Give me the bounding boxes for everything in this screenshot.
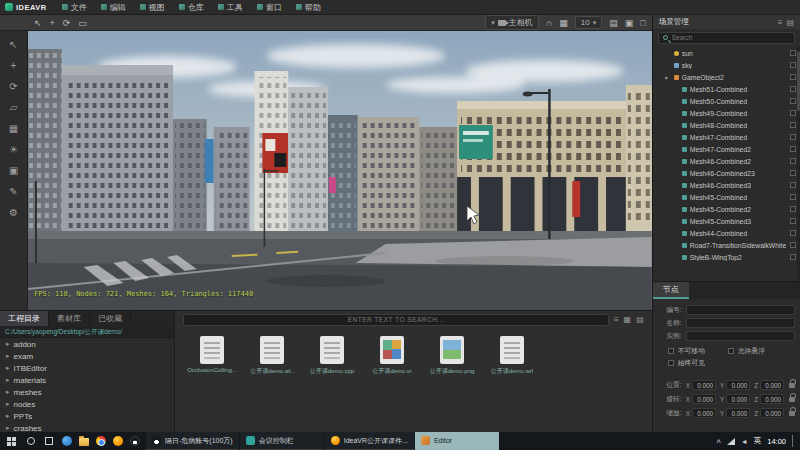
task-view-icon[interactable] — [40, 432, 58, 450]
node-checkbox[interactable] — [790, 110, 796, 116]
viewport-tool-icon[interactable] — [34, 16, 42, 30]
sidebar-tool-icon[interactable] — [6, 165, 22, 179]
node-checkbox[interactable] — [790, 146, 796, 152]
sidebar-tool-icon[interactable] — [6, 186, 22, 200]
node-checkbox[interactable] — [790, 158, 796, 164]
menu-item[interactable]: 仓库 — [172, 0, 211, 14]
expand-arrow-icon[interactable]: ▸ — [6, 424, 10, 432]
taskbar-window-button[interactable]: Editor — [415, 432, 499, 450]
menu-item[interactable]: 工具 — [211, 0, 250, 14]
x-value-input[interactable]: 0.000 — [692, 380, 716, 390]
grid-toggle-icon[interactable] — [559, 16, 568, 30]
expander-icon[interactable] — [665, 74, 671, 81]
z-value-input[interactable]: 0.000 — [760, 408, 784, 418]
node-checkbox[interactable] — [790, 98, 796, 104]
asset-file[interactable]: 公开课demo.png — [427, 336, 477, 432]
node-checkbox[interactable] — [790, 206, 796, 212]
taskbar-app-icon[interactable] — [109, 432, 126, 450]
sidebar-tool-icon[interactable] — [6, 81, 22, 95]
menu-item[interactable]: 窗口 — [250, 0, 289, 14]
project-folder[interactable]: ▸ addon — [0, 338, 174, 350]
property-checkbox[interactable]: 允许悬浮 — [728, 345, 788, 357]
volume-icon[interactable]: ◄ — [741, 438, 748, 445]
panel-menu-icon[interactable]: ≡ — [778, 18, 783, 27]
project-folder[interactable]: ▸ PPTs — [0, 410, 174, 422]
sidebar-tool-icon[interactable] — [6, 144, 22, 158]
node-checkbox[interactable] — [790, 170, 796, 176]
expand-arrow-icon[interactable]: ▸ — [6, 376, 10, 384]
scene-tree-item[interactable]: GameObject2 — [653, 71, 800, 83]
layout-toggle-icon[interactable] — [625, 16, 634, 30]
y-value-input[interactable]: 0.000 — [726, 408, 750, 418]
node-checkbox[interactable] — [790, 74, 796, 80]
grid-size-dropdown[interactable]: 10 ▾ — [575, 16, 602, 29]
asset-file[interactable]: 公开课demo.wrl — [487, 336, 537, 432]
scene-tree-item[interactable]: Mesh50-Combined — [653, 95, 800, 107]
language-indicator[interactable]: 英 — [754, 436, 762, 446]
scene-tree-item[interactable]: Mesh45-Combined — [653, 191, 800, 203]
project-folder[interactable]: ▸ materials — [0, 374, 174, 386]
menu-item[interactable]: 文件 — [55, 0, 94, 14]
sidebar-tool-icon[interactable] — [6, 123, 22, 137]
expand-arrow-icon[interactable]: ▸ — [6, 340, 10, 348]
camera-select-dropdown[interactable]: ▾ 主相机 — [485, 15, 539, 30]
expand-arrow-icon[interactable]: ▸ — [6, 352, 10, 360]
node-checkbox[interactable] — [790, 62, 796, 68]
sidebar-tool-icon[interactable] — [6, 102, 22, 116]
node-checkbox[interactable] — [790, 122, 796, 128]
property-input[interactable] — [686, 318, 795, 328]
sidebar-tool-icon[interactable] — [6, 207, 22, 221]
menu-item[interactable]: 帮助 — [289, 0, 328, 14]
node-checkbox[interactable] — [790, 254, 796, 260]
scene-tree-item[interactable]: Mesh47-Combined2 — [653, 143, 800, 155]
scene-tree-item[interactable]: Mesh48-Combined — [653, 119, 800, 131]
project-tab[interactable]: 工程目录 — [0, 311, 49, 326]
scene-tree-item[interactable]: Mesh45-Combined2 — [653, 203, 800, 215]
y-value-input[interactable]: 0.000 — [726, 394, 750, 404]
scene-tree-item[interactable]: Road7-TransitionSidewalkWhite — [653, 239, 800, 251]
tray-expand-icon[interactable]: ^ — [717, 440, 721, 446]
grid-view-icon[interactable]: ▦ — [624, 315, 632, 324]
notification-center-icon[interactable] — [792, 435, 796, 447]
menu-item[interactable]: 视图 — [133, 0, 172, 14]
property-checkbox[interactable]: 不可移动 — [668, 345, 728, 357]
node-checkbox[interactable] — [790, 194, 796, 200]
taskbar-window-button[interactable]: 隔日-危病账号(100万) — [146, 432, 239, 450]
scene-search-box[interactable] — [658, 32, 795, 44]
scene-tree-item[interactable]: Mesh44-Combined — [653, 227, 800, 239]
expand-arrow-icon[interactable]: ▸ — [6, 400, 10, 408]
project-folder[interactable]: ▸ exam — [0, 350, 174, 362]
viewport-tool-icon[interactable] — [50, 16, 55, 30]
viewport-tool-icon[interactable] — [78, 16, 87, 30]
network-icon[interactable] — [727, 438, 735, 445]
project-folder[interactable]: ▸ crashes — [0, 422, 174, 432]
lock-icon[interactable] — [789, 397, 795, 402]
taskbar-window-button[interactable]: 会议控制栏 — [240, 432, 324, 450]
taskbar-app-icon[interactable] — [58, 432, 75, 450]
lock-icon[interactable] — [789, 411, 795, 416]
scene-tree-item[interactable]: Mesh51-Combined — [653, 83, 800, 95]
stats-toggle-icon[interactable] — [609, 16, 618, 30]
scene-search-input[interactable] — [672, 34, 790, 41]
clock[interactable]: 14:00 — [767, 437, 786, 446]
node-checkbox[interactable] — [790, 218, 796, 224]
z-value-input[interactable]: 0.000 — [760, 394, 784, 404]
expand-arrow-icon[interactable]: ▸ — [6, 364, 10, 372]
project-path[interactable]: C:/Users/yaopeng/Desktop/公开课demo/ — [0, 326, 174, 338]
asset-file[interactable]: 公开课demo.vr — [367, 336, 417, 432]
menu-item[interactable]: 编辑 — [94, 0, 133, 14]
node-checkbox[interactable] — [790, 242, 796, 248]
viewport-tool-icon[interactable] — [63, 16, 71, 30]
node-checkbox[interactable] — [790, 50, 796, 56]
sidebar-tool-icon[interactable] — [6, 60, 22, 74]
cortana-search-icon[interactable] — [22, 432, 40, 450]
snap-toggle-icon[interactable] — [546, 16, 552, 30]
node-checkbox[interactable] — [790, 134, 796, 140]
list-view-icon[interactable]: ▤ — [636, 315, 644, 324]
scene-tree-item[interactable]: Mesh47-Combined — [653, 131, 800, 143]
taskbar-app-icon[interactable] — [126, 432, 143, 450]
project-folder[interactable]: ▸ ITBEditor — [0, 362, 174, 374]
z-value-input[interactable]: 0.000 — [760, 380, 784, 390]
project-tab[interactable]: 素材库 — [49, 311, 90, 326]
asset-search-input[interactable] — [183, 314, 609, 326]
